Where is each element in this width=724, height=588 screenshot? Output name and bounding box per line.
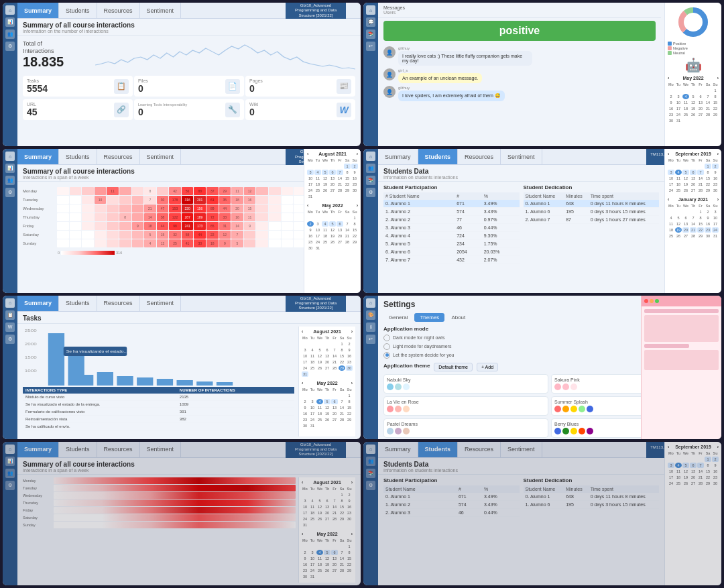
bubble-2: An example of an unclean message. (398, 73, 482, 83)
cal-nav-prev[interactable]: ‹ (668, 76, 669, 80)
tab-summary-3[interactable]: Summary (17, 149, 59, 164)
radio-dark[interactable] (383, 335, 390, 341)
tab-resources-8[interactable]: Resources (458, 442, 501, 457)
sidebar-settings-4[interactable]: ⚙ (366, 188, 375, 197)
sidebar-home-2[interactable]: ⌂ (366, 5, 375, 15)
sidebar-users-7[interactable]: 👥 (5, 469, 15, 478)
panel-tasks: ⌂ 📋 W ⚙ Summary Students Resources Senti… (3, 296, 361, 439)
sidebar-students-4[interactable]: 👥 (366, 164, 375, 173)
sidebar-users[interactable]: 👥 (5, 30, 15, 39)
radio-system[interactable] (383, 352, 390, 359)
tab-summary-8[interactable]: Summary (378, 442, 418, 457)
cal-nav-next-3[interactable]: › (357, 152, 358, 156)
course-selector-8[interactable]: TM113_Diseño y usabilidad I [2021/22] (646, 442, 664, 458)
tab-students-7[interactable]: Students (59, 442, 97, 457)
default-theme-btn[interactable]: Default theme (434, 363, 473, 371)
settings-tab-themes[interactable]: Themes (414, 313, 444, 322)
sidebar-book[interactable]: 📚 (366, 30, 375, 39)
add-theme-btn[interactable]: + Add (477, 363, 498, 371)
sidebar-users-3[interactable]: 👥 (5, 176, 15, 185)
radio-light[interactable] (383, 343, 390, 350)
tab-sentiment-8[interactable]: Sentiment (501, 442, 542, 457)
tab-summary-1[interactable]: Summary (17, 3, 59, 18)
preview-header (642, 296, 721, 306)
course-selector-1[interactable]: GbI10_Advanced Programming and Data Stru… (286, 3, 346, 19)
tab-sentiment-1[interactable]: Sentiment (140, 3, 182, 18)
interactions-table: INTERACTIONS TYPE NUMBER OF INTERACTIONS… (23, 387, 294, 436)
sidebar-6: ⌂ 🎨 ℹ ↩ (363, 296, 378, 439)
ded-col-minutes: Minutes (564, 192, 588, 200)
sidebar-home-5[interactable]: ⌂ (5, 298, 15, 308)
preview-bar-1 (644, 309, 719, 313)
sidebar-arrow[interactable]: ↩ (366, 42, 375, 51)
mode-light-label: Light mode for daydreamers (393, 344, 452, 349)
section-title-1: Summary of all course interactions (23, 21, 355, 29)
cal-nav-next[interactable]: › (717, 76, 719, 80)
sidebar-settings-8[interactable]: ⚙ (366, 481, 375, 490)
total-number: 18.835 (23, 54, 90, 70)
lavie-swatches (387, 406, 545, 412)
sidebar-home-3[interactable]: ⌂ (5, 152, 15, 161)
sidebar-settings-3[interactable]: ⚙ (5, 188, 15, 197)
theme-nabuki[interactable]: Nabuki Sky (383, 374, 548, 394)
mini-cal-aug-7: ‹August 2021› MoTuWeThFrSaSu 12 3456789 … (302, 480, 353, 528)
sidebar-home-8[interactable]: ⌂ (366, 445, 375, 454)
tab-sentiment-3[interactable]: Sentiment (140, 149, 182, 164)
tab-sentiment-5[interactable]: Sentiment (140, 296, 182, 311)
tab-summary-5[interactable]: Summary (17, 296, 59, 311)
settings-tab-general[interactable]: General (383, 313, 413, 322)
sidebar-settings-5[interactable]: ⚙ (5, 335, 15, 344)
section-title-5: Tasks (23, 314, 355, 322)
tab-students-1[interactable]: Students (59, 3, 97, 18)
stat-url: URL 45 🔗 (23, 99, 133, 120)
tab-resources-3[interactable]: Resources (97, 149, 140, 164)
tab-resources-7[interactable]: Resources (97, 442, 140, 457)
preview-close (644, 299, 648, 303)
sidebar-theme-6[interactable]: 🎨 (366, 310, 375, 320)
tab-students-4[interactable]: Students (418, 149, 459, 164)
settings-tab-about[interactable]: About (446, 313, 471, 322)
svg-text:Se ha visualizando el estado..: Se ha visualizando el estado... (66, 349, 128, 353)
course-selector-4[interactable]: TM113_Diseño y usabilidad I [2021/22] (646, 149, 664, 165)
sidebar-settings-1[interactable]: ⚙ (5, 42, 15, 51)
theme-lavieenrose[interactable]: La Vie en Rose (383, 396, 548, 416)
sidebar-resources-4[interactable]: 📚 (366, 176, 375, 185)
theme-pastel[interactable]: Pastel Dreams (383, 418, 548, 438)
sidebar-msg[interactable]: 💬 (366, 17, 375, 27)
sidebar-info-6[interactable]: ℹ (366, 322, 375, 332)
sidebar-students-8[interactable]: 👥 (366, 457, 375, 466)
participation-row-0: 0. Alumno 16713.49% (383, 200, 520, 208)
tab-sentiment-7[interactable]: Sentiment (140, 442, 182, 457)
tab-sentiment-4[interactable]: Sentiment (501, 149, 542, 164)
sidebar-back-6[interactable]: ↩ (366, 335, 375, 344)
sidebar-chart-7[interactable]: 📊 (5, 457, 15, 466)
tab-resources-5[interactable]: Resources (97, 296, 140, 311)
tab-students-3[interactable]: Students (59, 149, 97, 164)
tab-students-5[interactable]: Students (59, 296, 97, 311)
sidebar-resources-8[interactable]: 📚 (366, 469, 375, 478)
sidebar-wiki-5[interactable]: W (5, 322, 15, 332)
sidebar-home[interactable]: ⌂ (5, 5, 15, 15)
participation-row-1: 1. Alumno 25743.43% (383, 208, 520, 216)
tab-summary-4[interactable]: Summary (378, 149, 418, 164)
section-header-8: Students Data Information on students in… (378, 458, 664, 475)
sidebar-home-4[interactable]: ⌂ (366, 152, 375, 161)
bpr-0: 0. Alumno 16713.49% (383, 493, 520, 501)
int-col-count: NUMBER OF INTERACTIONS (177, 387, 294, 394)
tab-resources-1[interactable]: Resources (97, 3, 140, 18)
sidebar-chart-3[interactable]: 📊 (5, 164, 15, 173)
course-selector-7[interactable]: GbI10_Advanced Programming and Data Stru… (286, 442, 346, 458)
tab-resources-4[interactable]: Resources (458, 149, 501, 164)
col-count: # (455, 192, 481, 200)
sidebar-home-6[interactable]: ⌂ (366, 298, 375, 308)
sidebar-home-7[interactable]: ⌂ (5, 445, 15, 454)
sidebar-tasks-5[interactable]: 📋 (5, 310, 15, 320)
tab-summary-7[interactable]: Summary (17, 442, 59, 457)
sidebar-settings-7[interactable]: ⚙ (5, 481, 15, 490)
stat-lti: Learning Tools Interoperability 0 🔧 (134, 99, 244, 120)
int-data-table: INTERACTIONS TYPE NUMBER OF INTERACTIONS… (23, 387, 294, 430)
sidebar-chart[interactable]: 📊 (5, 17, 15, 27)
course-selector-5[interactable]: GbI10_Advanced Programming and Data Stru… (286, 296, 346, 312)
tab-students-8[interactable]: Students (418, 442, 459, 457)
cal-nav-prev-3[interactable]: ‹ (307, 152, 308, 156)
